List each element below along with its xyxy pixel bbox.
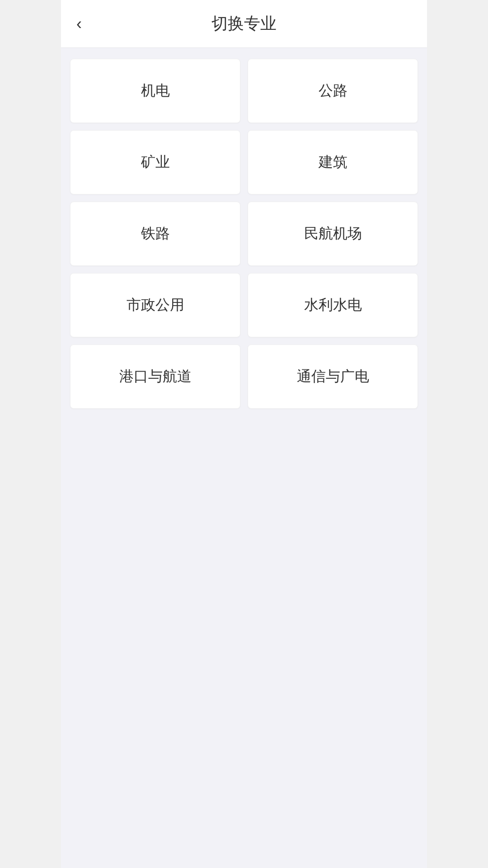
grid-item-highway[interactable]: 公路	[248, 59, 418, 123]
grid-item-label-municipal: 市政公用	[127, 295, 184, 315]
phone-container: ‹ 切换专业 机电公路矿业建筑铁路民航机场市政公用水利水电港口与航道通信与广电	[61, 0, 427, 868]
grid-item-mining[interactable]: 矿业	[70, 130, 240, 194]
grid-item-civil-aviation[interactable]: 民航机场	[248, 202, 418, 266]
grid-item-railway[interactable]: 铁路	[70, 202, 240, 266]
header: ‹ 切换专业	[61, 0, 427, 48]
back-button[interactable]: ‹	[72, 11, 86, 37]
grid-item-label-mining: 矿业	[141, 152, 170, 172]
grid-item-label-railway: 铁路	[141, 224, 170, 244]
grid-item-label-mechanical-electrical: 机电	[141, 81, 170, 101]
grid-item-construction[interactable]: 建筑	[248, 130, 418, 194]
grid-item-label-telecom-broadcast: 通信与广电	[297, 367, 369, 387]
grid-item-label-highway: 公路	[319, 81, 347, 101]
grid-item-municipal[interactable]: 市政公用	[70, 273, 240, 337]
content-area: 机电公路矿业建筑铁路民航机场市政公用水利水电港口与航道通信与广电	[61, 48, 427, 420]
grid-item-mechanical-electrical[interactable]: 机电	[70, 59, 240, 123]
grid-item-label-port-waterway: 港口与航道	[119, 367, 192, 387]
grid-item-label-construction: 建筑	[319, 152, 347, 172]
grid-item-label-civil-aviation: 民航机场	[304, 224, 362, 244]
grid-item-telecom-broadcast[interactable]: 通信与广电	[248, 344, 418, 409]
grid-item-water-conservancy[interactable]: 水利水电	[248, 273, 418, 337]
grid-item-port-waterway[interactable]: 港口与航道	[70, 344, 240, 409]
specialty-grid: 机电公路矿业建筑铁路民航机场市政公用水利水电港口与航道通信与广电	[70, 59, 418, 409]
grid-item-label-water-conservancy: 水利水电	[304, 295, 362, 315]
page-title: 切换专业	[211, 13, 277, 35]
